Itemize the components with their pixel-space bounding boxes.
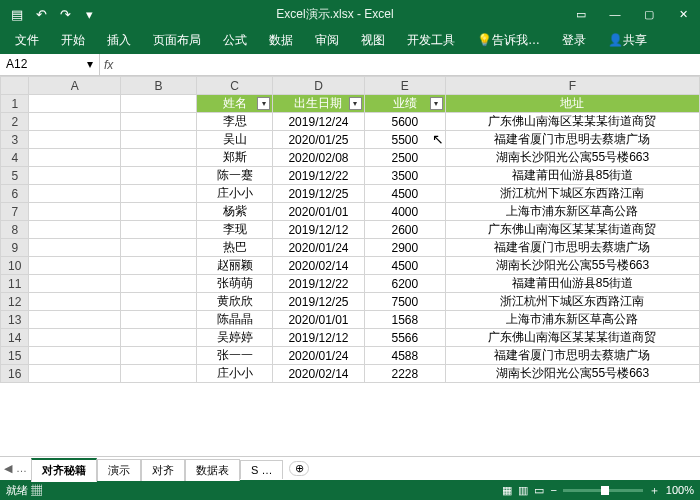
view-break-icon[interactable]: ▭ <box>534 484 544 497</box>
cell[interactable] <box>29 185 120 203</box>
cell[interactable] <box>29 329 120 347</box>
cell[interactable]: 赵丽颖 <box>197 257 273 275</box>
cell[interactable]: 6200 <box>364 275 445 293</box>
cell[interactable]: 2900 <box>364 239 445 257</box>
cell[interactable]: 2228 <box>364 365 445 383</box>
filter-dropdown-icon[interactable]: ▾ <box>430 97 443 110</box>
filter-dropdown-icon[interactable]: ▾ <box>349 97 362 110</box>
row-header[interactable]: 2 <box>1 113 29 131</box>
cell[interactable] <box>29 365 120 383</box>
zoom-in-icon[interactable]: ＋ <box>649 483 660 498</box>
cell[interactable]: 福建省厦门市思明去蔡塘广场 <box>445 131 699 149</box>
view-layout-icon[interactable]: ▥ <box>518 484 528 497</box>
spreadsheet-grid[interactable]: A B C D E F 1 姓名▾ 出生日期▾ 业绩▾ 地址 2李思2019/1… <box>0 76 700 456</box>
cell[interactable] <box>29 95 120 113</box>
col-header[interactable]: A <box>29 77 120 95</box>
row-header[interactable]: 6 <box>1 185 29 203</box>
minimize-icon[interactable]: — <box>598 0 632 28</box>
maximize-icon[interactable]: ▢ <box>632 0 666 28</box>
cell[interactable]: 2019/12/22 <box>273 167 364 185</box>
cell[interactable] <box>120 275 196 293</box>
cell[interactable]: 郑斯 <box>197 149 273 167</box>
cell[interactable]: 杨紫 <box>197 203 273 221</box>
sheet-tab[interactable]: S … <box>240 460 283 479</box>
row-header[interactable]: 14 <box>1 329 29 347</box>
header-cell-perf[interactable]: 业绩▾ <box>364 95 445 113</box>
cell[interactable] <box>29 167 120 185</box>
tab-formulas[interactable]: 公式 <box>212 27 258 54</box>
cell[interactable] <box>29 275 120 293</box>
cell[interactable]: 2020/02/08 <box>273 149 364 167</box>
row-header[interactable]: 8 <box>1 221 29 239</box>
cell[interactable] <box>120 221 196 239</box>
cell[interactable] <box>120 239 196 257</box>
sign-in[interactable]: 登录 <box>551 27 597 54</box>
fx-icon[interactable]: fx <box>104 58 113 72</box>
cell[interactable]: 张一一 <box>197 347 273 365</box>
name-box[interactable]: A12 ▾ <box>0 54 100 76</box>
cell[interactable]: 2600 <box>364 221 445 239</box>
cell[interactable]: 福建莆田仙游县85街道 <box>445 275 699 293</box>
cell[interactable]: 广东佛山南海区某某某街道商贸 <box>445 221 699 239</box>
col-header[interactable]: D <box>273 77 364 95</box>
cell[interactable] <box>120 311 196 329</box>
row-header[interactable]: 10 <box>1 257 29 275</box>
cell[interactable]: 湖南长沙阳光公寓55号楼663 <box>445 149 699 167</box>
cell[interactable]: 2019/12/22 <box>273 275 364 293</box>
zoom-level[interactable]: 100% <box>666 484 694 496</box>
cell[interactable] <box>120 293 196 311</box>
view-normal-icon[interactable]: ▦ <box>502 484 512 497</box>
header-cell-addr[interactable]: 地址 <box>445 95 699 113</box>
row-header[interactable]: 1 <box>1 95 29 113</box>
cell[interactable]: 陈晶晶 <box>197 311 273 329</box>
cell[interactable]: 2020/01/01 <box>273 203 364 221</box>
cell[interactable] <box>120 149 196 167</box>
cell[interactable]: 4000 <box>364 203 445 221</box>
cell[interactable] <box>29 239 120 257</box>
tab-developer[interactable]: 开发工具 <box>396 27 466 54</box>
cell[interactable]: 庄小小 <box>197 365 273 383</box>
tab-insert[interactable]: 插入 <box>96 27 142 54</box>
zoom-thumb[interactable] <box>601 486 609 495</box>
cell[interactable] <box>120 329 196 347</box>
cell[interactable]: 浙江杭州下城区东西路江南 <box>445 185 699 203</box>
cell[interactable] <box>29 221 120 239</box>
cell[interactable]: 陈一蹇 <box>197 167 273 185</box>
cell[interactable]: 浙江杭州下城区东西路江南 <box>445 293 699 311</box>
cell[interactable] <box>29 203 120 221</box>
row-header[interactable]: 3 <box>1 131 29 149</box>
cell[interactable]: 李思 <box>197 113 273 131</box>
row-header[interactable]: 12 <box>1 293 29 311</box>
col-header[interactable]: B <box>120 77 196 95</box>
cell[interactable] <box>120 113 196 131</box>
cell[interactable] <box>29 113 120 131</box>
sheet-tab[interactable]: 对齐 <box>141 459 185 481</box>
tell-me[interactable]: 💡告诉我… <box>466 27 551 54</box>
cell[interactable]: 3500 <box>364 167 445 185</box>
cell[interactable]: 上海市浦东新区草高公路 <box>445 203 699 221</box>
cell[interactable] <box>29 293 120 311</box>
cell[interactable]: 5500 <box>364 131 445 149</box>
ribbon-options-icon[interactable]: ▭ <box>564 0 598 28</box>
row-header[interactable]: 11 <box>1 275 29 293</box>
cell[interactable]: 2500 <box>364 149 445 167</box>
cell[interactable]: 2019/12/12 <box>273 329 364 347</box>
cell[interactable]: 1568 <box>364 311 445 329</box>
cell[interactable]: 5600 <box>364 113 445 131</box>
sheet-tab-active[interactable]: 对齐秘籍 <box>31 458 97 482</box>
cell[interactable] <box>120 95 196 113</box>
undo-icon[interactable]: ↶ <box>30 3 52 25</box>
cell[interactable] <box>120 347 196 365</box>
sheet-nav-prev-icon[interactable]: ◀ <box>4 462 12 475</box>
cell[interactable]: 上海市浦东新区草高公路 <box>445 311 699 329</box>
cell[interactable]: 2019/12/24 <box>273 113 364 131</box>
filter-dropdown-icon[interactable]: ▾ <box>257 97 270 110</box>
cell[interactable] <box>120 365 196 383</box>
col-header[interactable]: C <box>197 77 273 95</box>
zoom-slider[interactable] <box>563 489 643 492</box>
cell[interactable]: 4588 <box>364 347 445 365</box>
cell[interactable]: 7500 <box>364 293 445 311</box>
cell[interactable] <box>120 203 196 221</box>
cell[interactable]: 2019/12/25 <box>273 293 364 311</box>
select-all-corner[interactable] <box>1 77 29 95</box>
